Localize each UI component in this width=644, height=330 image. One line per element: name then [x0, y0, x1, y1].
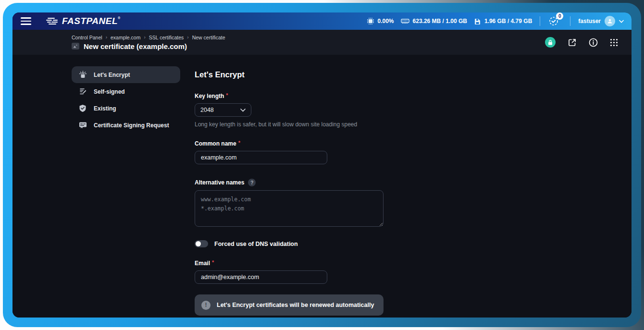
- cpu-usage-value: 0.00%: [378, 18, 394, 24]
- required-asterisk: *: [212, 259, 214, 265]
- window-frame: FASTPANEL® 0.00%: [3, 3, 641, 327]
- dns-validation-label: Forced use of DNS validation: [214, 241, 298, 247]
- shield-check-icon: [78, 104, 87, 112]
- key-length-value: 2048: [200, 107, 214, 113]
- sidebar-item-label: Existing: [94, 105, 116, 112]
- registered-mark: ®: [118, 16, 121, 20]
- sidebar-item-existing[interactable]: Existing: [72, 100, 180, 117]
- email-input[interactable]: [195, 270, 327, 284]
- topbar-divider: [570, 16, 570, 26]
- topbar-divider: [540, 16, 540, 26]
- breadcrumb-separator: ›: [106, 35, 107, 40]
- breadcrumb: Control Panel › example.com › SSL certif…: [72, 35, 225, 40]
- key-length-select[interactable]: 2048: [195, 103, 251, 117]
- page-title: New certificate (example.com): [84, 42, 187, 50]
- breadcrumb-ssl-certificates[interactable]: SSL certificates: [149, 35, 184, 40]
- breadcrumb-separator: ›: [187, 35, 188, 40]
- sidebar-item-label: Self-signed: [94, 88, 125, 95]
- required-asterisk: *: [238, 140, 240, 146]
- notifications-button[interactable]: 0: [548, 14, 562, 28]
- username: fastuser: [578, 18, 601, 24]
- document-signature-icon: [78, 87, 87, 96]
- key-length-help-text: Long key length is safer, but it will sl…: [195, 121, 384, 128]
- disk-icon: [474, 18, 481, 25]
- breadcrumb-new-certificate[interactable]: New certificate: [192, 35, 225, 40]
- user-menu[interactable]: fastuser: [578, 16, 624, 26]
- alternative-names-textarea[interactable]: [195, 190, 384, 227]
- common-name-label: Common name*: [195, 140, 384, 147]
- form-heading: Let's Encrypt: [195, 70, 384, 79]
- external-link-icon[interactable]: [568, 38, 577, 47]
- breadcrumb-separator: ›: [144, 35, 145, 40]
- app-window: FASTPANEL® 0.00%: [12, 12, 632, 318]
- fastpanel-logo-icon: [46, 17, 59, 25]
- ram-usage-stat[interactable]: 623.26 MB / 1.00 GB: [401, 18, 467, 24]
- notifications-count-badge: 0: [556, 12, 563, 20]
- certificate-card-icon: [78, 122, 87, 129]
- sidebar-item-label: Certificate Signing Request: [94, 122, 169, 129]
- content-area: Let's Encrypt Self-signed: [12, 55, 632, 318]
- common-name-input[interactable]: [195, 151, 327, 164]
- avatar: [605, 16, 615, 26]
- breadcrumb-control-panel[interactable]: Control Panel: [72, 35, 102, 40]
- key-length-label: Key length*: [195, 93, 384, 99]
- info-icon[interactable]: [589, 38, 598, 47]
- exclamation-icon: !: [201, 301, 211, 310]
- info-banner-text: Let's Encrypt certificates will be renew…: [217, 302, 374, 308]
- sidebar-item-csr[interactable]: Certificate Signing Request: [72, 117, 180, 134]
- lets-encrypt-padlock-icon: [78, 71, 87, 79]
- cpu-icon: [367, 17, 374, 25]
- topbar: FASTPANEL® 0.00%: [12, 12, 632, 30]
- email-label: Email*: [195, 260, 384, 267]
- page-header: Control Panel › example.com › SSL certif…: [12, 30, 632, 55]
- certificate-type-sidebar: Let's Encrypt Self-signed: [72, 66, 180, 318]
- info-banner: ! Let's Encrypt certificates will be ren…: [195, 294, 384, 316]
- dns-validation-toggle[interactable]: [195, 240, 208, 247]
- breadcrumb-site[interactable]: example.com: [111, 35, 140, 40]
- cpu-usage-stat[interactable]: 0.00%: [367, 17, 394, 25]
- help-tooltip-icon[interactable]: ?: [248, 179, 256, 186]
- chevron-down-icon: [240, 109, 246, 112]
- lets-encrypt-form: Let's Encrypt Key length* 2048 Long key …: [195, 66, 384, 318]
- fastpanel-logo[interactable]: FASTPANEL®: [46, 16, 121, 26]
- image-icon: [72, 43, 79, 49]
- fastpanel-logo-text: FASTPANEL®: [62, 16, 121, 26]
- apps-grid-icon[interactable]: [610, 38, 618, 47]
- dns-validation-row: Forced use of DNS validation: [195, 240, 384, 247]
- ram-usage-value: 623.26 MB / 1.00 GB: [413, 18, 467, 24]
- ram-icon: [401, 18, 409, 24]
- sidebar-item-self-signed[interactable]: Self-signed: [72, 83, 180, 100]
- sidebar-item-lets-encrypt[interactable]: Let's Encrypt: [72, 66, 180, 83]
- hamburger-menu-button[interactable]: [12, 12, 39, 30]
- alternative-names-label: Alternative names ?: [195, 179, 384, 186]
- topbar-stats: 0.00% 623.26 MB / 1.00 GB: [367, 14, 624, 28]
- disk-usage-value: 1.96 GB / 4.79 GB: [484, 18, 532, 24]
- required-asterisk: *: [226, 92, 228, 98]
- disk-usage-stat[interactable]: 1.96 GB / 4.79 GB: [474, 18, 532, 25]
- chevron-down-icon: [619, 20, 624, 23]
- sidebar-item-label: Let's Encrypt: [94, 72, 130, 78]
- ssl-lock-icon[interactable]: [545, 37, 556, 48]
